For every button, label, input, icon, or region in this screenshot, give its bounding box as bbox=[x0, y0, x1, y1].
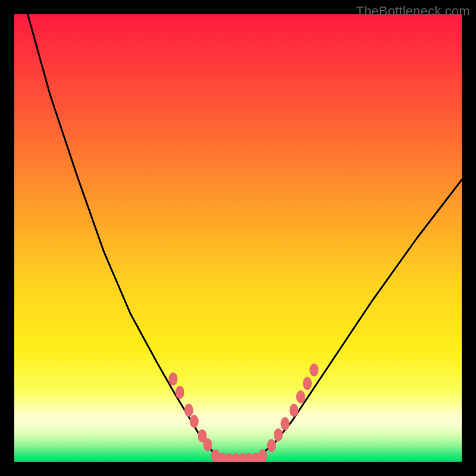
curve-marker bbox=[169, 372, 178, 386]
curve-marker bbox=[184, 404, 193, 417]
curve-marker bbox=[267, 439, 276, 452]
gradient-background bbox=[14, 14, 462, 462]
chart-svg bbox=[14, 14, 462, 462]
watermark-text: TheBottleneck.com bbox=[356, 4, 470, 19]
curve-marker bbox=[309, 364, 318, 377]
curve-marker bbox=[281, 417, 290, 430]
curve-marker bbox=[290, 404, 299, 417]
curve-marker bbox=[190, 415, 199, 428]
curve-marker bbox=[274, 428, 283, 441]
curve-marker bbox=[203, 438, 212, 451]
chart-frame: TheBottleneck.com bbox=[0, 0, 476, 476]
curve-marker bbox=[303, 377, 312, 390]
curve-marker bbox=[296, 390, 305, 403]
curve-marker bbox=[176, 386, 184, 399]
plot-area bbox=[14, 14, 462, 462]
